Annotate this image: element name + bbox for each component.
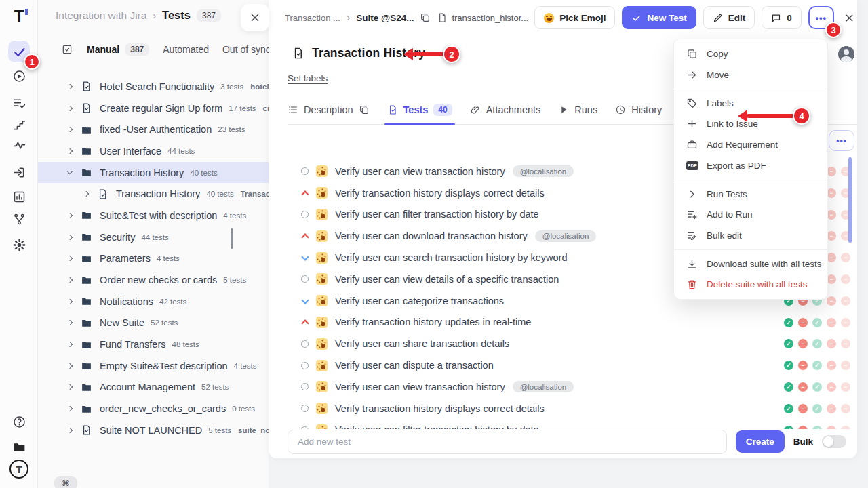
new-test-button[interactable]: New Test xyxy=(622,6,696,29)
test-title[interactable]: Verify user can view details of a specif… xyxy=(335,274,559,285)
pass-badge[interactable]: ✓ xyxy=(784,318,793,327)
chevron-icon[interactable] xyxy=(67,84,73,89)
pass-badge[interactable]: ✓ xyxy=(784,404,793,413)
test-list-scrollbar[interactable] xyxy=(848,157,852,243)
chevron-icon[interactable] xyxy=(67,148,73,154)
suite-name[interactable]: Fund Transfers xyxy=(100,339,166,350)
fail-badge[interactable]: − xyxy=(827,296,836,306)
breadcrumb-current[interactable]: Suite @S24... xyxy=(356,13,414,23)
tree-row[interactable]: Security 44 tests xyxy=(38,226,269,248)
test-title[interactable]: Verify user can download transaction his… xyxy=(335,230,528,241)
chevron-icon[interactable] xyxy=(67,363,73,369)
chevron-icon[interactable] xyxy=(83,191,89,197)
filter-tab[interactable]: Out of sync xyxy=(222,43,269,56)
test-title[interactable]: Verify user can search transaction histo… xyxy=(335,252,568,263)
chevron-icon[interactable] xyxy=(67,256,73,261)
set-labels-link[interactable]: Set labels xyxy=(288,73,328,83)
pass-badge[interactable]: ✓ xyxy=(812,318,822,327)
chevron-icon[interactable] xyxy=(67,342,73,347)
fail-badge[interactable]: − xyxy=(798,318,808,327)
fail-badge[interactable]: − xyxy=(798,382,808,392)
pick-emoji-button[interactable]: Pick Emoji xyxy=(534,6,615,29)
suite-name[interactable]: Notifications xyxy=(100,296,153,307)
help-icon[interactable] xyxy=(8,411,30,432)
copy-description-icon[interactable] xyxy=(359,104,370,115)
tree-row[interactable]: Account Management 52 tests xyxy=(38,377,269,399)
add-test-input[interactable] xyxy=(288,430,727,454)
tree-row[interactable]: Suite NOT LAUNCHED 5 tests suite_not_lau… xyxy=(38,420,269,441)
fail-badge[interactable]: − xyxy=(841,274,850,284)
menu-item[interactable]: Move xyxy=(674,64,827,85)
docs-folder-icon[interactable] xyxy=(8,436,30,458)
chevron-icon[interactable] xyxy=(67,277,73,283)
menu-item[interactable]: PDF Export as PDF xyxy=(674,155,827,176)
pass-badge[interactable]: ✓ xyxy=(812,404,822,413)
pass-badge[interactable]: ✓ xyxy=(812,339,822,348)
fail-badge[interactable]: − xyxy=(827,210,836,220)
tab-description[interactable]: Description xyxy=(288,96,370,124)
test-title[interactable]: Verify transaction history updates in re… xyxy=(335,317,531,327)
test-row[interactable]: Verify transaction history updates in re… xyxy=(288,312,857,333)
test-title[interactable]: Verify user can share transaction detail… xyxy=(335,338,509,349)
suite-name[interactable]: Transaction History xyxy=(116,188,200,199)
copy-id-icon[interactable] xyxy=(420,12,431,23)
create-button[interactable]: Create xyxy=(736,430,785,453)
fail-badge[interactable]: − xyxy=(827,253,836,262)
fail-badge[interactable]: − xyxy=(841,339,850,348)
brand-logo-icon[interactable]: T xyxy=(9,460,28,479)
test-row[interactable]: Verify user can view transaction history… xyxy=(288,376,857,398)
tree-row[interactable]: Hotel Search Functionality 3 tests hotel… xyxy=(38,76,269,98)
fail-badge[interactable]: − xyxy=(841,296,850,306)
suite-name[interactable]: Create regular Sign Up form xyxy=(100,103,222,114)
chevron-icon[interactable] xyxy=(67,234,73,239)
menu-item[interactable]: Download suite with all tests xyxy=(674,249,827,274)
test-title[interactable]: Verify user can view transaction history xyxy=(335,382,505,392)
plans-nav-icon[interactable] xyxy=(8,92,30,114)
suite-name[interactable]: Account Management xyxy=(100,382,195,392)
steps-nav-icon[interactable] xyxy=(8,114,30,136)
chevron-icon[interactable] xyxy=(67,428,73,433)
tree-row[interactable]: Transaction History 40 tests Transactio.… xyxy=(38,183,269,205)
fail-badge[interactable]: − xyxy=(827,167,836,176)
menu-item[interactable]: Copy xyxy=(674,43,827,64)
tree-row[interactable]: order_new_checks_or_cards 0 tests xyxy=(38,398,269,420)
test-title[interactable]: Verify transaction history displays corr… xyxy=(335,188,545,199)
suite-name[interactable]: Order new checks or cards xyxy=(100,274,217,285)
pass-badge[interactable]: ✓ xyxy=(784,339,793,348)
tree-row[interactable]: New Suite 52 tests xyxy=(38,312,269,334)
suite-name[interactable]: order_new_checks_or_cards xyxy=(100,403,226,414)
chevron-icon[interactable] xyxy=(67,127,73,132)
tab-tests[interactable]: Tests 40 xyxy=(387,96,452,124)
fail-badge[interactable]: − xyxy=(827,339,836,348)
suite-name[interactable]: Suite NOT LAUNCHED xyxy=(100,425,202,436)
fail-badge[interactable]: − xyxy=(827,318,836,327)
menu-item[interactable]: Delete suite with all tests xyxy=(674,274,827,295)
fail-badge[interactable]: − xyxy=(827,188,836,198)
tab-runs[interactable]: Runs xyxy=(558,96,597,124)
tree-row[interactable]: fixed -User Authentication 23 tests xyxy=(38,119,269,140)
tree-row[interactable]: Order new checks or cards 5 tests xyxy=(38,269,269,291)
pass-badge[interactable]: ✓ xyxy=(784,361,793,370)
test-title[interactable]: Verify user can filter transaction histo… xyxy=(335,209,539,220)
filter-tab[interactable]: Automated xyxy=(163,43,209,56)
fail-badge[interactable]: − xyxy=(841,253,850,262)
fail-badge[interactable]: − xyxy=(827,404,836,413)
test-title[interactable]: Verify user can categorize transactions xyxy=(335,296,504,306)
chevron-icon[interactable] xyxy=(67,105,73,110)
chevron-icon[interactable] xyxy=(67,169,73,174)
tab-history[interactable]: History xyxy=(615,96,662,124)
fail-badge[interactable]: − xyxy=(798,361,808,370)
chevron-icon[interactable] xyxy=(67,384,73,390)
pass-badge[interactable]: ✓ xyxy=(784,382,793,392)
fail-badge[interactable]: − xyxy=(798,404,808,413)
fail-badge[interactable]: − xyxy=(827,231,836,241)
menu-item[interactable]: Bulk edit xyxy=(674,225,827,246)
branch-nav-icon[interactable] xyxy=(8,208,30,230)
test-row[interactable]: Verify user can filter transaction histo… xyxy=(288,420,857,429)
drawer-close-button[interactable] xyxy=(241,4,269,31)
fail-badge[interactable]: − xyxy=(798,339,808,348)
tree-row[interactable]: Parameters 4 tests xyxy=(38,248,269,270)
fail-badge[interactable]: − xyxy=(841,318,850,327)
test-row[interactable]: Verify user can dispute a transaction ✓−… xyxy=(288,354,857,376)
filter-tab[interactable]: Manual 387 xyxy=(87,43,149,56)
